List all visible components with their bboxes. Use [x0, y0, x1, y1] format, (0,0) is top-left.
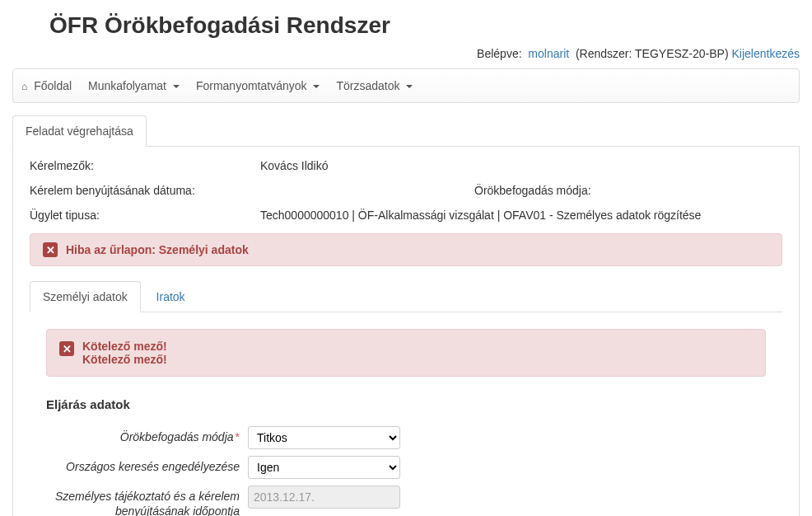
nav-home[interactable]: ⌂ Főoldal [13, 69, 80, 102]
nav-label: Formanyomtatványok [196, 79, 307, 92]
submission-date-label: Kérelem benyújtásának dátuma: [30, 184, 260, 197]
main-nav: ⌂ Főoldal Munkafolyamat Formanyomtatvány… [12, 68, 800, 103]
caret-icon [406, 85, 413, 88]
personal-data-panel: ✕ Kötelező mező! Kötelező mező! Eljárás … [30, 312, 782, 516]
system-label: (Rendszer: TEGYESZ-20-BP) [576, 47, 729, 60]
section-title-procedure: Eljárás adatok [46, 397, 766, 411]
nav-workflow[interactable]: Munkafolyamat [80, 69, 188, 102]
tab-personal-data[interactable]: Személyi adatok [30, 281, 141, 312]
nav-master-data[interactable]: Törzsadatok [328, 69, 421, 102]
error-icon: ✕ [59, 341, 74, 356]
national-search-select[interactable]: Igen [248, 456, 400, 479]
form-error-banner: ✕ Hiba az űrlapon: Személyi adatok [30, 233, 782, 266]
error-icon: ✕ [43, 242, 58, 257]
nav-home-label: Főoldal [34, 79, 72, 92]
required-field-error: ✕ Kötelező mező! Kötelező mező! [46, 329, 766, 377]
required-error-line: Kötelező mező! [82, 340, 167, 353]
tab-documents[interactable]: Iratok [144, 282, 198, 312]
user-bar: Belépve: molnarit (Rendszer: TEGYESZ-20-… [0, 43, 812, 68]
nav-label: Munkafolyamat [88, 79, 166, 92]
caret-icon [313, 85, 320, 88]
logged-in-label: Belépve: [477, 47, 521, 60]
adoption-mode-summary-label: Örökbefogadás módja: [474, 184, 591, 197]
caret-icon [173, 85, 180, 88]
applicants-value: Kovács Ildikó [260, 159, 782, 172]
nav-forms[interactable]: Formanyomtatványok [188, 69, 329, 102]
case-type-value: Tech0000000010 | ÖF-Alkalmassági vizsgál… [260, 209, 782, 222]
task-panel: Kérelmezők: Kovács Ildikó Kérelem benyúj… [12, 147, 800, 516]
required-error-line: Kötelező mező! [82, 353, 167, 366]
nav-label: Törzsadatok [336, 79, 399, 92]
submission-time-label: Személyes tájékoztató és a kérelem benyú… [46, 486, 248, 516]
inner-tab-bar: Személyi adatok Iratok [30, 281, 782, 312]
submission-time-input [248, 486, 400, 509]
home-icon: ⌂ [21, 81, 27, 92]
adoption-mode-label: Örökbefogadás módja* [46, 426, 248, 444]
logout-link[interactable]: Kijelentkezés [732, 47, 800, 60]
outer-tab-bar: Feladat végrehajtása [12, 115, 800, 147]
form-error-text: Hiba az űrlapon: Személyi adatok [66, 243, 249, 256]
submission-date-value [260, 184, 474, 197]
adoption-mode-select[interactable]: Titkos [248, 426, 400, 449]
national-search-label: Országos keresés engedélyezése [46, 456, 248, 474]
username-link[interactable]: molnarit [528, 47, 569, 60]
tab-task-execution[interactable]: Feladat végrehajtása [12, 115, 147, 147]
case-type-label: Ügylet tipusa: [30, 209, 260, 222]
applicants-label: Kérelmezők: [30, 159, 260, 172]
app-title: ÖFR Örökbefogadási Rendszer [49, 12, 812, 39]
